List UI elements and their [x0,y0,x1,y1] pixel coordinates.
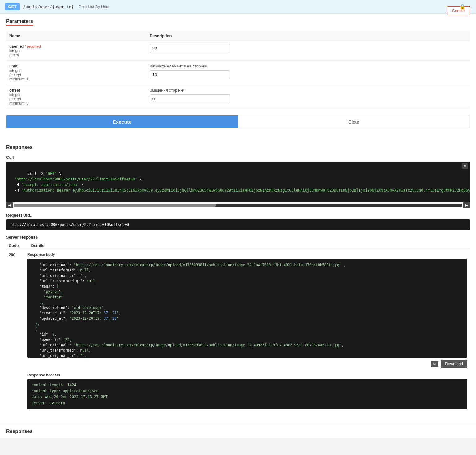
parameters-section: Parameters Cancel Name Description user_… [0,14,476,140]
responses-section: Responses Curl ⧉curl -X 'GET' \ 'http://… [0,140,476,425]
param-location: (query) [9,73,144,77]
param-input-user_id[interactable] [150,44,230,53]
details-header: Details [31,243,45,248]
response-body-block[interactable]: "url_original": "https://res.cloudinary.… [27,259,467,358]
header-bar: GET /posts/user/{user_id} Post List By U… [0,0,476,14]
param-location: (query) [9,97,144,101]
request-url-section: Request URL http://localhost:9000/posts/… [6,213,470,230]
parameters-title: Parameters [6,19,33,26]
response-body-actions: ⧉ Download [27,360,467,368]
response-body-label: Response body [27,253,467,257]
curl-label: Curl [6,155,470,160]
table-row: limit integer (query) minimum: 1 Кількіс… [6,61,470,85]
parameters-header: Parameters Cancel [6,19,470,31]
param-desc-cell [147,41,470,61]
bottom-responses-label: Responses [0,425,476,438]
request-url-label: Request URL [6,213,470,218]
table-row: offset integer (query) minimum: 0 Зміщен… [6,85,470,109]
response-code: 200 [9,253,21,257]
parameters-table: Name Description user_id* required integ… [6,31,470,109]
params-table-body: user_id* required integer (path) limit i… [6,41,470,109]
copy-body-button[interactable]: ⧉ [431,361,438,367]
curl-text: curl -X 'GET' \ 'http://localhost:9000/p… [10,171,470,193]
download-button[interactable]: Download [441,360,467,368]
param-input-limit[interactable] [150,70,230,79]
header-left: GET /posts/user/{user_id} Post List By U… [5,3,109,10]
param-name-cell: user_id* required integer (path) [6,41,147,61]
endpoint-summary: Post List By User [79,4,110,9]
param-name: limit [9,64,144,68]
param-required: * required [25,45,41,48]
response-body-section: Response body "url_original": "https://r… [27,253,467,368]
param-type: integer [9,49,144,53]
request-url-block: http://localhost:9000/posts/user/22?limi… [6,219,470,230]
scrollbar-track[interactable] [14,204,462,207]
param-desc: Зміщення сторінки [150,88,467,93]
param-desc-cell: Зміщення сторінки [147,85,470,109]
curl-section: Curl ⧉curl -X 'GET' \ 'http://localhost:… [6,155,470,208]
response-details: Response body "url_original": "https://r… [27,253,467,414]
server-response-label: Server response [6,235,470,240]
params-table-header: Name Description [6,31,470,41]
scrollbar-thumb [14,204,216,207]
clear-button[interactable]: Clear [238,115,470,128]
http-method-badge: GET [5,3,20,10]
param-desc-cell: Кількість елементів на сторінці [147,61,470,85]
param-name: user_id* required [9,44,144,49]
param-input-offset[interactable] [150,94,230,103]
param-type: integer [9,93,144,97]
header-right: 🔒 ∧ [459,4,471,10]
param-minimum: minimum: 1 [9,77,144,81]
param-type: integer [9,68,144,73]
param-name: offset [9,88,144,93]
curl-scrollbar: ◀ ▶ [6,202,470,208]
code-header: Code [9,243,19,248]
lock-icon[interactable]: 🔒 [459,4,465,10]
chevron-up-icon[interactable]: ∧ [468,4,471,9]
response-row: 200 Response body "url_original": "https… [6,249,470,417]
param-name-cell: offset integer (query) minimum: 0 [6,85,147,109]
param-minimum: minimum: 0 [9,101,144,106]
param-location: (path) [9,53,144,57]
endpoint-path: /posts/user/{user_id} [23,4,74,9]
curl-block: ⧉curl -X 'GET' \ 'http://localhost:9000/… [6,162,470,202]
param-name-cell: limit integer (query) minimum: 1 [6,61,147,85]
param-desc: Кількість елементів на сторінці [150,64,467,68]
curl-copy-button[interactable]: ⧉ [462,163,468,169]
col-description: Description [147,31,470,41]
table-row: user_id* required integer (path) [6,41,470,61]
response-headers-section: Response headers content-length: 1424 co… [27,373,467,409]
responses-title: Responses [6,145,470,150]
scroll-left-button[interactable]: ◀ [6,202,13,208]
response-table-header: Code Details [6,242,470,249]
server-response-section: Server response Code Details 200 Respons… [6,235,470,417]
execute-button[interactable]: Execute [6,115,238,128]
scroll-right-button[interactable]: ▶ [463,202,470,208]
col-name: Name [6,31,147,41]
response-headers-label: Response headers [27,373,467,377]
response-headers-block: content-length: 1424 content-type: appli… [27,379,467,409]
action-buttons: Execute Clear [6,115,470,128]
